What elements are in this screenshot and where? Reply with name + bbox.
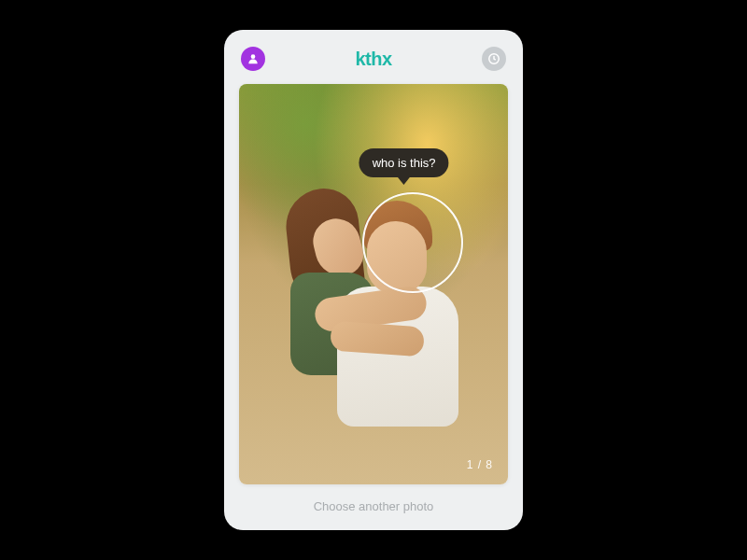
profile-button[interactable]	[241, 47, 265, 71]
choose-another-link[interactable]: Choose another photo	[239, 484, 508, 517]
app-title: kthx	[355, 49, 391, 70]
photo-container[interactable]: who is this? 1 / 8	[239, 84, 508, 484]
header: kthx	[239, 43, 508, 84]
page-counter: 1 / 8	[467, 458, 493, 471]
face-tag-circle[interactable]	[362, 192, 463, 293]
svg-point-0	[251, 54, 256, 59]
history-button[interactable]	[482, 47, 506, 71]
identify-tooltip[interactable]: who is this?	[359, 148, 449, 177]
clock-icon	[487, 52, 500, 65]
tooltip-label: who is this?	[373, 156, 436, 170]
app-card: kthx who is this? 1 / 8 Choose anothe	[224, 30, 523, 530]
person-icon	[247, 52, 260, 65]
